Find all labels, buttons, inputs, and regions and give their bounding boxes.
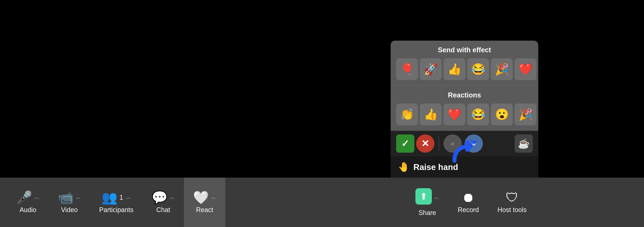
- video-icon-row: 📹 ︿: [58, 191, 81, 204]
- confirm-button[interactable]: ✓: [396, 134, 414, 153]
- send-with-effect-section: Send with effect 🎈 🚀 👍 😂 🎉 ❤️ ···: [391, 41, 538, 86]
- effect-emoji-heart[interactable]: ❤️: [514, 58, 536, 80]
- share-icon-row: ⬆ ︿: [416, 188, 439, 207]
- participants-tool[interactable]: 👥 1 ︿ Participants: [90, 178, 142, 227]
- reaction-clap[interactable]: 👏: [396, 104, 418, 125]
- react-icon-row: 🤍 ︿: [193, 191, 216, 204]
- effect-emoji-confetti[interactable]: 🎉: [491, 58, 513, 80]
- react-chevron[interactable]: ︿: [211, 194, 216, 201]
- participant-count: 1: [120, 194, 123, 201]
- participants-label: Participants: [99, 206, 134, 214]
- effect-emoji-balloon[interactable]: 🎈: [396, 58, 418, 80]
- host-tools-icon-row: 🛡: [506, 191, 518, 204]
- arrow-pointer: [449, 132, 486, 169]
- audio-icon: 🎤: [16, 191, 32, 204]
- host-tools-icon: 🛡: [506, 191, 518, 204]
- video-tool[interactable]: 📹 ︿ Video: [49, 178, 90, 227]
- chat-label: Chat: [156, 206, 170, 214]
- reactions-emoji-row: 👏 👍 ❤️ 😂 😮 🎉 ···: [396, 104, 533, 125]
- record-label: Record: [458, 206, 479, 214]
- participants-icon: 👥: [102, 191, 118, 204]
- video-chevron[interactable]: ︿: [76, 194, 81, 201]
- toolbar: 🎤 ︿ Audio 📹 ︿ Video 👥 1 ︿ Participants: [0, 178, 644, 227]
- react-icon: 🤍: [193, 191, 209, 204]
- share-chevron[interactable]: ︿: [434, 194, 439, 201]
- chat-chevron[interactable]: ︿: [170, 194, 175, 201]
- audio-icon-row: 🎤 ︿: [16, 191, 40, 204]
- main-video-area: [0, 0, 644, 178]
- chat-tool[interactable]: 💬 ︿ Chat: [142, 178, 184, 227]
- share-icon: ⬆: [420, 191, 428, 202]
- audio-label: Audio: [20, 206, 36, 214]
- react-tool[interactable]: 🤍 ︿ React: [184, 178, 225, 227]
- send-effect-emoji-row: 🎈 🚀 👍 😂 🎉 ❤️ ···: [396, 58, 533, 80]
- chat-icon: 💬: [152, 191, 168, 204]
- host-tools-label: Host tools: [498, 206, 526, 214]
- reactions-title: Reactions: [396, 91, 533, 99]
- reactions-section: Reactions 👏 👍 ❤️ 😂 😮 🎉 ···: [391, 86, 538, 131]
- host-tools-tool[interactable]: 🛡 Host tools: [488, 178, 536, 227]
- control-separator: [439, 136, 439, 151]
- effect-emoji-laugh[interactable]: 😂: [467, 58, 489, 80]
- participants-icon-row: 👥 1 ︿: [102, 191, 131, 204]
- raise-hand-icon: 🤚: [398, 162, 410, 172]
- reaction-confetti[interactable]: 🎉: [514, 104, 536, 125]
- effect-emoji-rocket[interactable]: 🚀: [420, 58, 442, 80]
- share-tool[interactable]: ⬆ ︿ Share: [406, 178, 448, 227]
- send-with-effect-title: Send with effect: [396, 46, 533, 54]
- video-icon: 📹: [58, 191, 74, 204]
- reaction-laugh[interactable]: 😂: [467, 104, 489, 125]
- record-tool[interactable]: ⏺ Record: [448, 178, 488, 227]
- share-label: Share: [418, 209, 436, 216]
- cancel-button[interactable]: ✕: [416, 134, 434, 153]
- participants-chevron[interactable]: ︿: [126, 194, 131, 201]
- reaction-wow[interactable]: 😮: [491, 104, 513, 125]
- reaction-thumbsup[interactable]: 👍: [420, 104, 442, 125]
- chat-icon-row: 💬 ︿: [152, 191, 175, 204]
- effect-emoji-thumbsup[interactable]: 👍: [444, 58, 465, 80]
- audio-tool[interactable]: 🎤 ︿ Audio: [7, 178, 49, 227]
- share-icon-bg: ⬆: [416, 188, 432, 204]
- toolbar-left: 🎤 ︿ Audio 📹 ︿ Video 👥 1 ︿ Participants: [7, 178, 406, 227]
- mug-button[interactable]: ☕: [514, 134, 533, 153]
- video-label: Video: [61, 206, 78, 214]
- reaction-heart[interactable]: ❤️: [444, 104, 465, 125]
- audio-chevron[interactable]: ︿: [34, 194, 40, 201]
- record-icon-row: ⏺: [462, 191, 475, 204]
- toolbar-right: ⬆ ︿ Share ⏺ Record 🛡 Host tools: [406, 178, 637, 227]
- react-label: React: [196, 206, 213, 214]
- record-icon: ⏺: [462, 191, 475, 204]
- confirm-cancel-group: ✓ ✕: [396, 134, 434, 153]
